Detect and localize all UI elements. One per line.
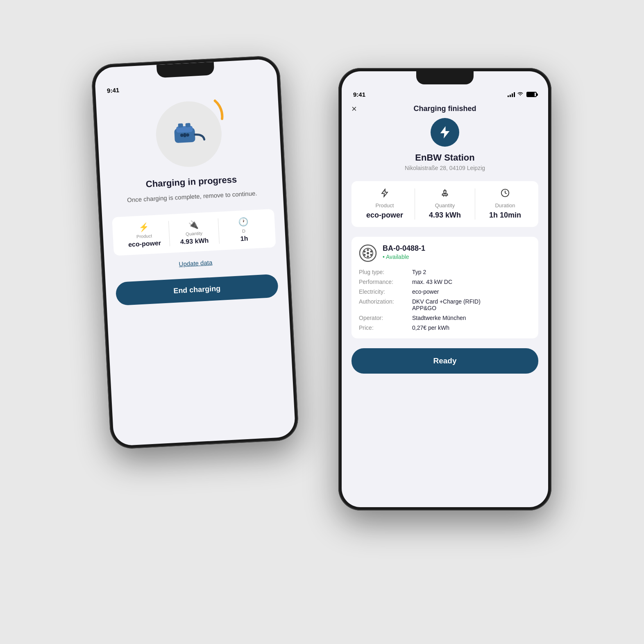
svg-point-16 bbox=[367, 252, 369, 254]
duration-label-back: D bbox=[242, 228, 246, 233]
power-button[interactable] bbox=[283, 129, 286, 157]
svg-point-14 bbox=[364, 254, 366, 256]
authorization-value-2: APP&GO bbox=[412, 305, 436, 311]
plug-icon-back: 🔌 bbox=[188, 219, 199, 229]
ready-button[interactable]: Ready bbox=[351, 348, 538, 374]
authorization-label: Authorization: bbox=[359, 298, 412, 311]
quantity-value-back: 4.93 kWh bbox=[180, 237, 209, 246]
stat-duration-back: 🕐 D 1h bbox=[218, 215, 269, 243]
scene: 9:41 bbox=[76, 35, 568, 609]
phone-back: 9:41 bbox=[91, 55, 299, 450]
performance-value: max. 43 kW DC bbox=[412, 279, 531, 285]
signal-icon bbox=[508, 92, 515, 97]
station-icon-circle bbox=[431, 118, 459, 147]
plug-type-value: Typ 2 bbox=[412, 269, 531, 275]
electricity-label: Electricity: bbox=[359, 288, 412, 295]
product-label-front: Product bbox=[376, 202, 394, 209]
phone-front: 9:41 bbox=[338, 68, 551, 510]
duration-label-front: Duration bbox=[495, 202, 515, 209]
connector-status: Available bbox=[383, 254, 425, 260]
lightning-bolt-icon bbox=[438, 125, 452, 140]
connector-card: BA-0-0488-1 Available Plug type: Typ 2 P… bbox=[351, 237, 538, 338]
svg-point-12 bbox=[364, 251, 366, 253]
quantity-label-front: Quantity bbox=[435, 202, 455, 209]
charging-subtitle: Once charging is complete, remove to con… bbox=[111, 188, 274, 206]
lightning-icon: ⚡ bbox=[138, 222, 149, 232]
svg-point-15 bbox=[370, 254, 372, 256]
svg-point-11 bbox=[367, 256, 369, 258]
time-back: 9:41 bbox=[107, 86, 120, 94]
stat-quantity-back: 🔌 Quantity 4.93 kWh bbox=[169, 218, 220, 246]
plug-icon-front bbox=[440, 188, 449, 200]
wifi-icon bbox=[517, 91, 524, 98]
connector-id: BA-0-0488-1 bbox=[383, 244, 425, 253]
svg-rect-6 bbox=[185, 123, 190, 127]
price-value: 0,27€ per kWh bbox=[412, 324, 531, 331]
product-value-front: eco-power bbox=[366, 211, 403, 220]
connector-details: Plug type: Typ 2 Performance: max. 43 kW… bbox=[359, 269, 531, 331]
svg-point-13 bbox=[370, 251, 372, 253]
lightning-icon-front bbox=[380, 188, 389, 200]
charging-illustration bbox=[106, 97, 272, 171]
battery-icon bbox=[526, 92, 537, 97]
back-phone-screen: 9:41 bbox=[94, 59, 296, 446]
authorization-value-1: DKV Card +Charge (RFID) bbox=[412, 298, 481, 305]
svg-rect-5 bbox=[178, 123, 183, 128]
product-value-back: eco-power bbox=[128, 239, 161, 248]
nav-bar: × Charging finished bbox=[342, 101, 548, 118]
silent-button[interactable] bbox=[91, 106, 94, 121]
stat-product-front: Product eco-power bbox=[355, 188, 415, 220]
price-label: Price: bbox=[359, 324, 412, 331]
station-name: EnBW Station bbox=[415, 152, 474, 163]
end-charging-button[interactable]: End charging bbox=[116, 274, 279, 306]
charging-title: Charging in progress bbox=[110, 172, 273, 192]
quantity-label-back: Quantity bbox=[186, 230, 203, 236]
stats-card-back: ⚡ Product eco-power 🔌 Quantity 4.93 kWh … bbox=[112, 209, 276, 256]
nav-title: Charging finished bbox=[414, 104, 476, 113]
stat-duration-front: Duration 1h 10min bbox=[475, 188, 535, 220]
operator-label: Operator: bbox=[359, 315, 412, 321]
station-header: EnBW Station Nikolaistraße 28, 04109 Lei… bbox=[351, 118, 538, 171]
clock-icon-front bbox=[501, 188, 510, 200]
performance-label: Performance: bbox=[359, 279, 412, 285]
circle-bg bbox=[154, 100, 223, 168]
plug-type-label: Plug type: bbox=[359, 269, 412, 275]
connector-title-area: BA-0-0488-1 Available bbox=[383, 244, 425, 260]
back-screen-content: Charging in progress Once charging is co… bbox=[96, 97, 288, 306]
update-data-link[interactable]: Update data bbox=[114, 255, 277, 271]
notch-front bbox=[416, 71, 474, 84]
time-front: 9:41 bbox=[353, 91, 365, 98]
front-phone-screen: 9:41 bbox=[342, 71, 548, 507]
stat-quantity-front: Quantity 4.93 kWh bbox=[415, 188, 475, 220]
connector-rosette-icon bbox=[359, 244, 377, 262]
station-address: Nikolaistraße 28, 04109 Leipzig bbox=[405, 165, 485, 171]
clock-icon-back: 🕐 bbox=[238, 217, 249, 227]
quantity-value-front: 4.93 kWh bbox=[429, 211, 461, 220]
authorization-value: DKV Card +Charge (RFID) APP&GO bbox=[412, 298, 531, 311]
charging-arc-icon bbox=[190, 96, 224, 131]
volume-down-button[interactable] bbox=[94, 157, 97, 177]
svg-point-10 bbox=[367, 249, 369, 251]
electricity-value: eco-power bbox=[412, 288, 531, 295]
status-icons bbox=[508, 91, 537, 98]
duration-value-back: 1h bbox=[240, 235, 248, 243]
stats-card-front: Product eco-power Quantity 4.93 kWh bbox=[351, 181, 538, 227]
stat-product-back: ⚡ Product eco-power bbox=[119, 221, 170, 249]
connector-header: BA-0-0488-1 Available bbox=[359, 244, 531, 262]
front-screen-content: EnBW Station Nikolaistraße 28, 04109 Lei… bbox=[342, 118, 548, 382]
svg-rect-4 bbox=[184, 133, 186, 137]
product-label-back: Product bbox=[136, 233, 152, 239]
volume-up-button[interactable] bbox=[93, 130, 95, 151]
operator-value: Stadtwerke München bbox=[412, 315, 531, 321]
close-button[interactable]: × bbox=[351, 104, 357, 114]
duration-value-front: 1h 10min bbox=[489, 211, 521, 220]
